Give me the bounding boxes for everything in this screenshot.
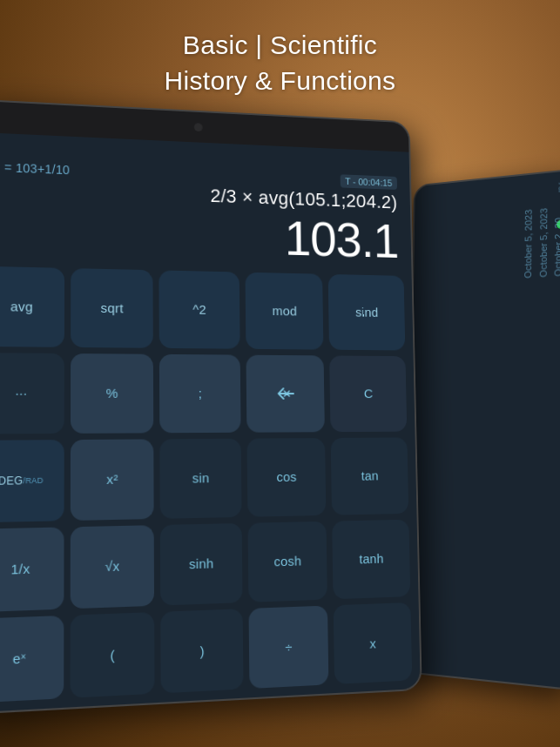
key-row-5: eˣ ( ) ÷ x [0,602,412,703]
key-divide[interactable]: ÷ [248,606,328,690]
key-sqrt-x[interactable]: √x [70,525,154,609]
timer-badge: T - 00:04:15 [340,174,397,190]
camera-dot [194,123,203,131]
main-tablet-wrapper: Γ ◎ = 103+1/10 T - 00:04:15 2/3 × avg(10… [0,98,422,715]
key-sinh[interactable]: sinh [160,523,242,606]
display-area: Γ ◎ = 103+1/10 T - 00:04:15 2/3 × avg(10… [0,131,411,271]
key-sin[interactable]: sin [160,439,242,519]
key-tanh[interactable]: tanh [333,520,411,600]
key-avg[interactable]: avg [0,266,64,347]
key-close-paren[interactable]: ) [160,609,243,693]
history-expression: = 103+1/10 [4,160,70,177]
key-row-1: avg sqrt ^2 mod sind [0,266,405,350]
key-sqrt[interactable]: sqrt [71,268,153,348]
key-deg-rad[interactable]: DEG/RAD [0,440,64,522]
key-row-2: ··· % ; C [0,353,407,434]
key-mod[interactable]: mod [245,273,323,350]
main-tablet: Γ ◎ = 103+1/10 T - 00:04:15 2/3 × avg(10… [0,98,422,715]
key-row-4: 1/x √x sinh cosh tanh [0,520,410,613]
key-open-paren[interactable]: ( [70,612,155,698]
key-percent[interactable]: % [71,353,154,434]
key-tan[interactable]: tan [331,437,408,515]
right-dates: October 5, 2023October 5, 2023October 2,… [522,206,560,279]
key-row-3: DEG/RAD x² sin cos tan [0,437,408,522]
key-exp[interactable]: eˣ [0,616,64,703]
title-text: Basic | Scientific History & Functions [0,28,560,98]
key-power2[interactable]: ^2 [159,270,240,348]
keypad: avg sqrt ^2 mod sind ··· % ; [0,260,421,713]
right-tablet: %/ October 5, 2023October 5, 2023October… [407,168,560,690]
key-cosh[interactable]: cosh [247,522,327,602]
key-semicolon[interactable]: ; [159,354,240,433]
right-percent: %/ [556,179,560,194]
key-clear[interactable]: C [329,355,407,432]
screen: Γ ◎ = 103+1/10 T - 00:04:15 2/3 × avg(10… [0,131,421,712]
key-cos[interactable]: cos [246,438,326,517]
key-multiply[interactable]: x [334,602,412,684]
key-x-squared[interactable]: x² [70,439,153,521]
key-reciprocal[interactable]: 1/x [0,527,64,612]
key-backspace[interactable] [246,355,325,433]
right-screen: %/ October 5, 2023October 5, 2023October… [408,170,560,689]
key-sind[interactable]: sind [328,274,405,351]
key-ellipsis[interactable]: ··· [0,353,64,434]
title-area: Basic | Scientific History & Functions [0,28,560,98]
